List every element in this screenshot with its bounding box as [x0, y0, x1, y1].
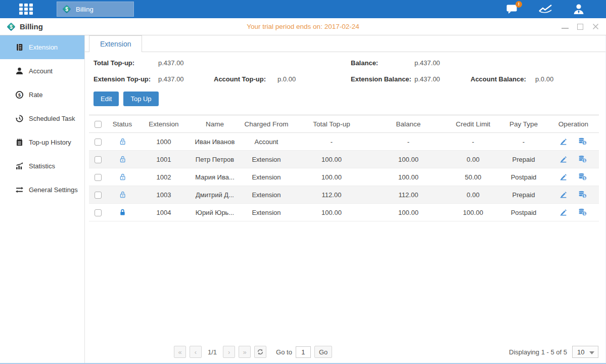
credit-limit-cell: 0.00 [447, 151, 499, 168]
col-credit-limit: Credit Limit [447, 115, 499, 133]
close-button[interactable] [592, 23, 599, 30]
page-size-value: 10 [577, 348, 584, 356]
svg-text:$: $ [584, 159, 586, 163]
sidebar-item-account[interactable]: Account [0, 59, 84, 83]
charged-from-cell: Extension [240, 186, 293, 204]
extension-cell: 1000 [137, 133, 190, 151]
trial-notice: Your trial period ends on: 2017-02-24 [0, 23, 606, 30]
last-page-button[interactable]: » [239, 346, 251, 358]
extension-cell: 1002 [137, 168, 190, 186]
edit-row-icon[interactable] [559, 208, 569, 217]
top-up-row-icon[interactable]: $ [578, 137, 588, 146]
table-row: 1004 Юрий Юрь... Extension 100.00 100.00… [89, 204, 599, 221]
account-balance-label: Account Balance: [471, 75, 535, 83]
status-cell [107, 133, 137, 151]
app-grid-icon[interactable] [19, 4, 34, 15]
row-checkbox[interactable] [95, 174, 102, 181]
sidebar-item-rate[interactable]: $ Rate [0, 83, 84, 107]
billing-app-tab[interactable]: $ Billing [57, 2, 134, 17]
minimize-button[interactable] [562, 24, 569, 29]
top-up-row-icon[interactable]: $ [578, 190, 588, 199]
col-extension: Extension [137, 115, 190, 133]
edit-button[interactable]: Edit [94, 92, 119, 106]
monitor-chart-icon[interactable] [538, 3, 552, 15]
person-icon [15, 67, 24, 75]
transfer-arrows-icon [15, 186, 24, 194]
close-icon [592, 23, 599, 30]
main-panel: Extension Total Top-up:p.437.00 Balance:… [85, 35, 606, 363]
top-up-row-icon[interactable]: $ [578, 155, 588, 164]
locked-icon [118, 208, 127, 216]
row-checkbox[interactable] [95, 156, 102, 163]
unlocked-icon [118, 191, 127, 199]
sidebar-item-statistics[interactable]: Statistics [0, 154, 84, 178]
edit-row-icon[interactable] [559, 190, 569, 199]
first-page-button[interactable]: « [174, 346, 186, 358]
extension-cell: 1001 [137, 151, 190, 168]
name-cell: Дмитрий Д... [190, 186, 240, 204]
messages-icon[interactable]: ! [505, 3, 519, 15]
edit-row-icon[interactable] [559, 137, 569, 146]
total-topup-cell: 112.00 [293, 186, 370, 204]
balance-cell: 100.00 [370, 168, 447, 186]
sidebar-item-label: General Settings [29, 186, 78, 194]
total-topup-cell: - [293, 133, 370, 151]
sidebar-item-general-settings[interactable]: General Settings [0, 178, 84, 202]
paging-toolbar: « ‹ 1/1 › » Go to Go Displaying 1 - 5 of… [174, 346, 598, 358]
svg-text:$: $ [584, 176, 586, 180]
row-checkbox[interactable] [95, 192, 102, 199]
edit-row-icon[interactable] [559, 155, 569, 164]
status-cell [107, 204, 137, 221]
refresh-button[interactable] [254, 346, 266, 358]
sidebar-item-label: Statistics [29, 162, 55, 170]
prev-page-button[interactable]: ‹ [190, 346, 202, 358]
name-cell: Юрий Юрь... [190, 204, 240, 221]
col-total-topup: Total Top-up [293, 115, 370, 133]
operation-cell: $ [548, 186, 599, 204]
sidebar-item-extension[interactable]: Extension [0, 35, 84, 59]
edit-row-icon[interactable] [559, 172, 569, 181]
page-size-dropdown[interactable]: 10 [572, 346, 598, 358]
tab-extension[interactable]: Extension [89, 35, 142, 52]
top-up-row-icon[interactable]: $ [578, 172, 588, 181]
row-checkbox[interactable] [95, 209, 102, 216]
unlocked-icon [118, 155, 127, 163]
extension-cell: 1004 [137, 204, 190, 221]
name-cell: Петр Петров [190, 151, 240, 168]
name-cell: Мария Ива... [190, 168, 240, 186]
col-name: Name [190, 115, 240, 133]
go-button[interactable]: Go [314, 346, 332, 358]
next-page-button[interactable]: › [223, 346, 235, 358]
svg-text:$: $ [584, 141, 586, 145]
status-cell [107, 168, 137, 186]
displaying-text: Displaying 1 - 5 of 5 [509, 348, 567, 356]
col-pay-type: Pay Type [499, 115, 548, 133]
sidebar-item-label: Extension [29, 43, 58, 51]
history-clock-icon [15, 114, 24, 123]
table-header-row: Status Extension Name Charged From Total… [89, 115, 599, 133]
maximize-button[interactable] [577, 23, 584, 30]
balance-cell: 100.00 [370, 204, 447, 221]
extension-topup-value: p.437.00 [158, 75, 184, 83]
operation-cell: $ [548, 168, 599, 186]
sidebar-item-topup-history[interactable]: Top-up History [0, 130, 84, 154]
top-up-row-icon[interactable]: $ [578, 208, 588, 217]
user-account-icon[interactable] [572, 3, 586, 15]
top-app-bar: $ Billing ! [0, 0, 606, 18]
unlocked-icon [118, 138, 127, 146]
sidebar-item-scheduled-task[interactable]: Scheduled Task [0, 107, 84, 130]
top-up-button[interactable]: Top Up [123, 92, 158, 106]
page-indicator: 1/1 [205, 348, 219, 356]
svg-text:$: $ [18, 93, 21, 98]
select-all-checkbox[interactable] [95, 121, 102, 128]
balance-value: p.437.00 [414, 59, 440, 67]
operation-cell: $ [548, 204, 599, 221]
credit-limit-cell: 0.00 [447, 186, 499, 204]
extension-balance-value: p.437.00 [414, 75, 440, 83]
pay-type-cell: Postpaid [499, 204, 548, 221]
table-row: 1003 Дмитрий Д... Extension 112.00 112.0… [89, 186, 599, 204]
goto-page-input[interactable] [296, 346, 311, 358]
row-checkbox[interactable] [95, 139, 102, 146]
ledger-icon [15, 43, 24, 52]
total-topup-cell: 100.00 [293, 168, 370, 186]
